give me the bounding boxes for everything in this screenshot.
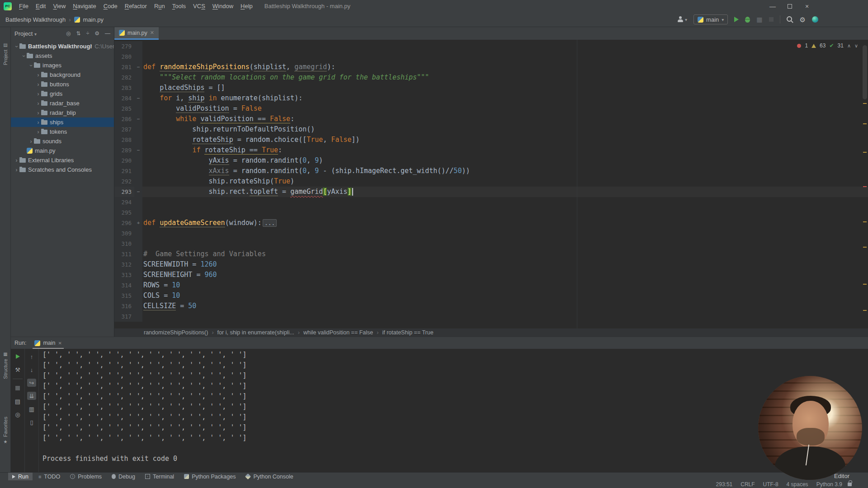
line-number[interactable]: 288: [114, 135, 134, 145]
code-text[interactable]: COLS = 10: [142, 291, 180, 301]
gear-icon[interactable]: ⚙: [800, 16, 806, 23]
status-interpreter[interactable]: Python 3.9: [816, 481, 842, 488]
line-number[interactable]: 282: [114, 72, 134, 83]
tree-chevron-icon[interactable]: ›: [35, 72, 41, 78]
code-text[interactable]: ship.rect.topleft = gameGrid[yAxis]: [142, 187, 353, 197]
tree-item-background[interactable]: ›background: [11, 70, 114, 80]
code-text[interactable]: for i, ship in enumerate(shiplist):: [142, 93, 302, 103]
tree-chevron-icon[interactable]: ›: [28, 138, 34, 145]
code-area[interactable]: 279280281−def randomizeShipPositions(shi…: [114, 40, 868, 328]
code-text[interactable]: while validPosition == False:: [142, 114, 294, 124]
print-icon[interactable]: ▥: [27, 405, 36, 413]
line-number[interactable]: 316: [114, 301, 134, 311]
line-number[interactable]: 310: [114, 239, 134, 249]
toolstrip-favorites[interactable]: Favorites ★: [0, 417, 11, 444]
tab-main-py[interactable]: main.py ✕: [114, 27, 159, 40]
line-number[interactable]: 286: [114, 114, 134, 124]
close-tab-icon[interactable]: ✕: [150, 30, 154, 36]
line-number[interactable]: 293: [114, 187, 134, 197]
menu-code[interactable]: Code: [100, 3, 121, 9]
code-text[interactable]: yAxis = random.randint(0, 9): [142, 155, 323, 166]
context-crumb[interactable]: randomizeShipPositions(): [144, 329, 208, 336]
prev-error-icon[interactable]: ∧: [847, 43, 851, 49]
line-number[interactable]: 291: [114, 166, 134, 176]
code-text[interactable]: CELLSIZE = 50: [142, 301, 196, 311]
tree-item-assets[interactable]: ›assets: [11, 51, 114, 61]
close-button[interactable]: ×: [804, 3, 810, 10]
line-number[interactable]: 280: [114, 52, 134, 62]
maximize-button[interactable]: [788, 4, 792, 9]
tree-chevron-icon[interactable]: ›: [35, 81, 41, 88]
up-stacktrace-icon[interactable]: ↑: [27, 352, 36, 361]
menu-vcs[interactable]: VCS: [189, 3, 209, 9]
tree-chevron-icon[interactable]: ›: [35, 100, 41, 107]
run-tab-main[interactable]: main ✕: [31, 337, 65, 349]
code-text[interactable]: xAxis = random.randint(0, 9 - (ship.hIma…: [142, 166, 470, 176]
code-text[interactable]: rotateShip = random.choice([True, False]…: [142, 135, 360, 145]
tree-item-ships[interactable]: ›ships: [11, 117, 114, 127]
rerun-icon[interactable]: [13, 352, 22, 361]
status-caret-position[interactable]: 293:51: [716, 481, 733, 488]
editor-scrollbar[interactable]: [862, 40, 868, 328]
menu-window[interactable]: Window: [209, 3, 237, 9]
tree-item-sounds[interactable]: ›sounds: [11, 136, 114, 146]
debug-button[interactable]: [745, 17, 750, 23]
line-number[interactable]: 296: [114, 218, 134, 228]
run-config-selector[interactable]: main ▾: [693, 14, 728, 24]
tree-item-main-py[interactable]: main.py: [11, 146, 114, 155]
menu-help[interactable]: Help: [237, 3, 256, 9]
tree-chevron-icon[interactable]: ›: [35, 119, 41, 126]
context-crumb[interactable]: while validPosition == False: [303, 329, 373, 336]
run-button[interactable]: [734, 17, 739, 22]
scroll-to-end-icon[interactable]: ⇊: [27, 392, 36, 400]
tree-item-buttons[interactable]: ›buttons: [11, 80, 114, 89]
search-icon[interactable]: [787, 16, 793, 23]
line-number[interactable]: 279: [114, 41, 134, 52]
code-text[interactable]: ROWS = 10: [142, 280, 180, 291]
line-number[interactable]: 312: [114, 259, 134, 270]
tool-window-button-terminal[interactable]: ›Terminal: [141, 473, 178, 481]
tree-item-images[interactable]: ›images: [11, 61, 114, 70]
locate-icon[interactable]: ◎: [66, 30, 71, 37]
fold-marker[interactable]: −: [134, 145, 142, 155]
hide-icon[interactable]: —: [105, 30, 110, 37]
tree-chevron-icon[interactable]: ›: [14, 157, 19, 164]
tool-window-button-debug[interactable]: Debug: [108, 473, 139, 481]
fold-marker[interactable]: −: [134, 114, 142, 124]
code-text[interactable]: validPosition = False: [142, 103, 262, 114]
code-text[interactable]: def updateGameScreen(window):...: [142, 218, 277, 228]
tree-chevron-icon[interactable]: ›: [28, 62, 34, 68]
code-with-me-icon[interactable]: [812, 16, 818, 23]
tool-window-button-run[interactable]: Run: [8, 473, 33, 481]
code-text[interactable]: def randomizeShipPositions(shiplist, gam…: [142, 62, 335, 72]
stop-button[interactable]: [769, 17, 774, 22]
line-number[interactable]: 317: [114, 311, 134, 322]
fold-marker[interactable]: −: [134, 187, 142, 197]
tree-chevron-icon[interactable]: ›: [21, 53, 27, 59]
line-number[interactable]: 311: [114, 249, 134, 259]
tree-item-external-libraries[interactable]: ›External Libraries: [11, 155, 114, 165]
menu-refactor[interactable]: Refactor: [121, 3, 151, 9]
soft-wrap-icon[interactable]: ↪: [27, 379, 36, 387]
code-text[interactable]: ship.rotateShip(True): [142, 176, 294, 187]
menu-file[interactable]: File: [15, 3, 32, 9]
pin-icon[interactable]: ◎: [13, 410, 22, 418]
status-line-ending[interactable]: CRLF: [741, 481, 755, 488]
line-number[interactable]: 285: [114, 103, 134, 114]
context-crumb[interactable]: for i, ship in enumerate(shipli...: [217, 329, 294, 336]
down-stacktrace-icon[interactable]: ↓: [27, 366, 36, 374]
line-number[interactable]: 292: [114, 176, 134, 187]
code-text[interactable]: SCREENWIDTH = 1260: [142, 259, 217, 270]
code-text[interactable]: # Game Settings and Variables: [142, 249, 266, 259]
profile-button[interactable]: ▾: [677, 16, 687, 23]
tree-item-scratches-and-consoles[interactable]: ›Scratches and Consoles: [11, 165, 114, 174]
tree-chevron-icon[interactable]: ›: [14, 43, 20, 49]
inspections-widget[interactable]: 1 63 ✔ 31 ∧ ∨: [797, 42, 858, 49]
code-text[interactable]: ship.returnToDefaultPosition(): [142, 124, 315, 135]
status-encoding[interactable]: UTF-8: [763, 481, 778, 488]
line-number[interactable]: 287: [114, 124, 134, 135]
code-text[interactable]: """Select random locations on the game g…: [142, 72, 429, 83]
menu-navigate[interactable]: Navigate: [69, 3, 99, 9]
coverage-button[interactable]: ▦: [756, 16, 762, 23]
console-output[interactable]: [' ', ' ', ' ', ' ', ' ', ' ', ' ', ' ',…: [42, 350, 859, 473]
